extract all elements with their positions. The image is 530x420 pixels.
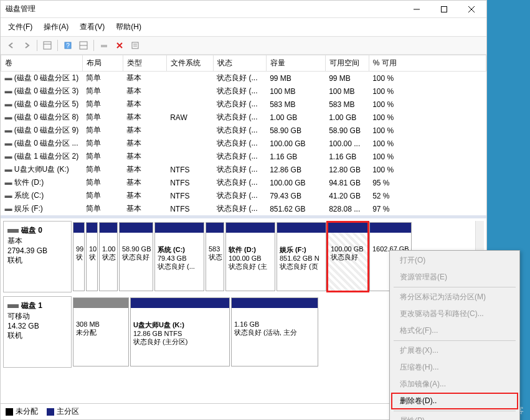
col-status[interactable]: 状态 (213, 55, 266, 72)
menu-delete-volume[interactable]: 删除卷(D).. (391, 393, 518, 409)
menu-view[interactable]: 查看(V) (77, 21, 107, 34)
view-button[interactable] (40, 39, 54, 52)
disk-name: 磁盘 0 (21, 226, 42, 235)
menu-action[interactable]: 操作(A) (41, 21, 71, 34)
partition[interactable]: U盘大师U盘 (K:)12.86 GB NTFS状态良好 (主分区) (130, 297, 230, 366)
menu-properties[interactable]: 属性(P) (391, 413, 518, 420)
col-layout[interactable]: 布局 (82, 55, 123, 72)
menu-explorer[interactable]: 资源管理器(E) (391, 269, 518, 286)
disk-status: 联机 (7, 255, 67, 266)
table-row[interactable]: (磁盘 0 磁盘分区 ...简单基本状态良好 (...100.00 GB100.… (1, 137, 486, 150)
separator (37, 40, 37, 51)
titlebar: 磁盘管理 (1, 1, 486, 18)
menu-help[interactable]: 帮助(H) (113, 21, 144, 34)
partition[interactable]: 1.00状态 (99, 222, 118, 291)
partition[interactable]: 99状 (73, 222, 85, 291)
menu-separator (394, 287, 516, 287)
disk-type: 可移动 (7, 311, 67, 322)
toolbar: ? (1, 37, 486, 55)
table-row[interactable]: (磁盘 1 磁盘分区 2)简单基本状态良好 (...1.16 GB1.16 GB… (1, 150, 486, 163)
volume-table: 卷 布局 类型 文件系统 状态 容量 可用空间 % 可用 (磁盘 0 磁盘分区 … (1, 55, 486, 218)
col-capacity[interactable]: 容量 (266, 55, 325, 72)
delete-button[interactable] (113, 39, 126, 52)
disk-icon (7, 229, 19, 233)
menu-change-letter[interactable]: 更改驱动器号和路径(C)... (391, 306, 518, 322)
partition[interactable]: 1.16 GB状态良好 (活动, 主分 (231, 297, 318, 366)
disk-icon (7, 304, 19, 308)
svg-rect-8 (132, 42, 138, 49)
svg-rect-1 (44, 42, 51, 49)
maximize-button[interactable] (430, 1, 458, 18)
separator (93, 40, 94, 51)
col-pct[interactable]: % 可用 (369, 55, 486, 72)
disk-label-1[interactable]: 磁盘 1 可移动 14.32 GB 联机 (3, 296, 72, 368)
svg-text:?: ? (66, 42, 70, 49)
table-row[interactable]: 娱乐 (F:)简单基本NTFS状态良好 (...851.62 GB828.08 … (1, 202, 486, 215)
context-menu: 打开(O) 资源管理器(E) 将分区标记为活动分区(M) 更改驱动器号和路径(C… (389, 250, 520, 420)
table-row[interactable]: (磁盘 0 磁盘分区 9)简单基本状态良好 (...58.90 GB58.90 … (1, 124, 486, 137)
partition[interactable]: 10状 (86, 222, 98, 291)
menu-add-mirror[interactable]: 添加镜像(A)... (391, 376, 518, 393)
menu-separator (394, 411, 516, 411)
menu-mark-active[interactable]: 将分区标记为活动分区(M) (391, 289, 518, 306)
disk-size: 14.32 GB (7, 322, 67, 330)
action-button[interactable] (97, 39, 111, 52)
col-type[interactable]: 类型 (123, 55, 166, 72)
col-volume[interactable]: 卷 (1, 55, 83, 72)
table-row[interactable]: (磁盘 0 磁盘分区 5)简单基本状态良好 (...583 MB583 MB10… (1, 98, 486, 111)
partition[interactable]: 娱乐 (F:)851.62 GB N状态良好 (页 (277, 222, 326, 291)
table-header-row: 卷 布局 类型 文件系统 状态 容量 可用空间 % 可用 (1, 55, 486, 72)
svg-rect-0 (442, 6, 447, 12)
close-button[interactable] (458, 1, 485, 18)
partition[interactable]: 软件 (D:)100.00 GB状态良好 (主 (225, 222, 275, 291)
help-button[interactable]: ? (61, 39, 75, 52)
legend-primary: 主分区 (47, 406, 79, 417)
table-row[interactable]: (磁盘 0 磁盘分区 8)简单基本RAW状态良好 (...1.00 GB1.00… (1, 111, 486, 124)
legend-unallocated: 未分配 (6, 406, 38, 417)
disk-status: 联机 (7, 330, 67, 341)
minimize-button[interactable] (403, 1, 430, 18)
table-row[interactable]: 系统 (C:)简单基本NTFS状态良好 (...79.43 GB41.20 GB… (1, 189, 486, 202)
partition[interactable]: 100.00 GB状态良好 (328, 222, 368, 291)
properties-button[interactable] (128, 39, 142, 52)
forward-button[interactable] (20, 39, 34, 52)
table-row[interactable]: (磁盘 0 磁盘分区 1)简单基本状态良好 (...99 MB99 MB100 … (1, 72, 486, 85)
menubar: 文件(F) 操作(A) 查看(V) 帮助(H) (1, 18, 486, 37)
menu-extend[interactable]: 扩展卷(X)... (391, 342, 518, 359)
disk-label-0[interactable]: 磁盘 0 基本 2794.39 GB 联机 (3, 221, 72, 292)
menu-shrink[interactable]: 压缩卷(H)... (391, 359, 518, 376)
disk-size: 2794.39 GB (7, 246, 67, 255)
partition[interactable]: 系统 (C:)79.43 GB状态良好 (... (154, 222, 204, 291)
disk-type: 基本 (7, 236, 67, 246)
partition[interactable]: 308 MB未分配 (73, 297, 129, 366)
back-button[interactable] (4, 39, 18, 52)
table-row[interactable]: U盘大师U盘 (K:)简单基本NTFS状态良好 (...12.86 GB12.8… (1, 163, 486, 176)
col-free[interactable]: 可用空间 (325, 55, 369, 72)
menu-format[interactable]: 格式化(F)... (391, 322, 518, 339)
col-fs[interactable]: 文件系统 (166, 55, 213, 72)
partition[interactable]: 583状态 (206, 222, 224, 291)
disk-name: 磁盘 1 (21, 301, 42, 310)
svg-rect-7 (101, 45, 107, 47)
table-row[interactable]: (磁盘 0 磁盘分区 3)简单基本状态良好 (...100 MB100 MB10… (1, 85, 486, 98)
list-button[interactable] (77, 39, 90, 52)
separator (57, 40, 58, 51)
menu-separator (394, 340, 516, 341)
window-title: 磁盘管理 (6, 4, 403, 14)
table-row[interactable]: 软件 (D:)简单基本NTFS状态良好 (...100.00 GB94.81 G… (1, 176, 486, 189)
menu-open[interactable]: 打开(O) (391, 252, 518, 269)
menu-file[interactable]: 文件(F) (6, 21, 35, 34)
partition[interactable]: 58.90 GB状态良好 (119, 222, 153, 291)
